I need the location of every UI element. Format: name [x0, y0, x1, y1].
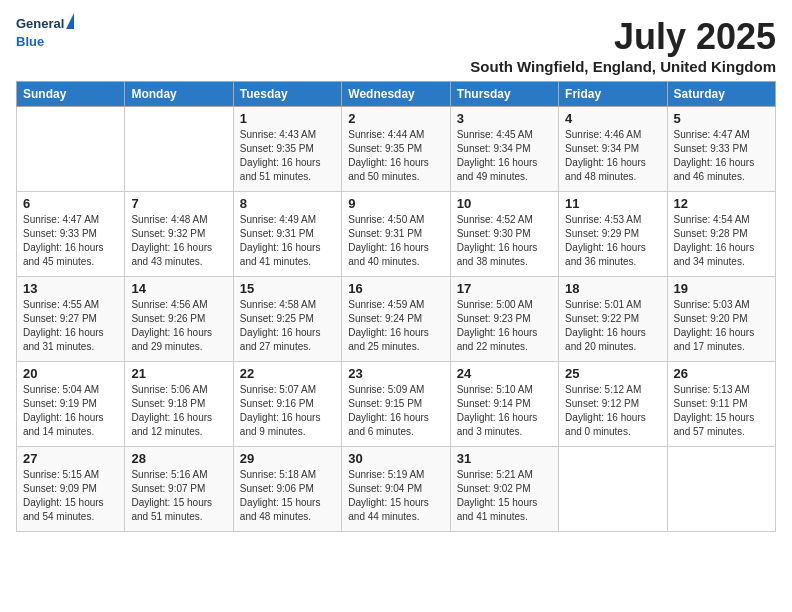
calendar-cell: 19Sunrise: 5:03 AM Sunset: 9:20 PM Dayli… — [667, 277, 775, 362]
day-info: Sunrise: 5:06 AM Sunset: 9:18 PM Dayligh… — [131, 383, 226, 439]
weekday-header-cell: Friday — [559, 82, 667, 107]
calendar-cell — [125, 107, 233, 192]
logo-text-block: General Blue — [16, 16, 74, 50]
calendar-cell: 6Sunrise: 4:47 AM Sunset: 9:33 PM Daylig… — [17, 192, 125, 277]
day-info: Sunrise: 5:01 AM Sunset: 9:22 PM Dayligh… — [565, 298, 660, 354]
day-number: 22 — [240, 366, 335, 381]
day-info: Sunrise: 5:18 AM Sunset: 9:06 PM Dayligh… — [240, 468, 335, 524]
day-number: 2 — [348, 111, 443, 126]
day-info: Sunrise: 4:48 AM Sunset: 9:32 PM Dayligh… — [131, 213, 226, 269]
weekday-header-cell: Thursday — [450, 82, 558, 107]
calendar-cell — [17, 107, 125, 192]
calendar-cell: 24Sunrise: 5:10 AM Sunset: 9:14 PM Dayli… — [450, 362, 558, 447]
calendar-cell — [667, 447, 775, 532]
day-number: 26 — [674, 366, 769, 381]
calendar-cell: 3Sunrise: 4:45 AM Sunset: 9:34 PM Daylig… — [450, 107, 558, 192]
day-number: 27 — [23, 451, 118, 466]
day-number: 20 — [23, 366, 118, 381]
calendar-cell: 11Sunrise: 4:53 AM Sunset: 9:29 PM Dayli… — [559, 192, 667, 277]
calendar-cell: 29Sunrise: 5:18 AM Sunset: 9:06 PM Dayli… — [233, 447, 341, 532]
calendar-week-row: 13Sunrise: 4:55 AM Sunset: 9:27 PM Dayli… — [17, 277, 776, 362]
calendar-cell: 18Sunrise: 5:01 AM Sunset: 9:22 PM Dayli… — [559, 277, 667, 362]
calendar-cell: 16Sunrise: 4:59 AM Sunset: 9:24 PM Dayli… — [342, 277, 450, 362]
calendar-cell: 4Sunrise: 4:46 AM Sunset: 9:34 PM Daylig… — [559, 107, 667, 192]
day-info: Sunrise: 4:55 AM Sunset: 9:27 PM Dayligh… — [23, 298, 118, 354]
day-number: 3 — [457, 111, 552, 126]
calendar-cell: 31Sunrise: 5:21 AM Sunset: 9:02 PM Dayli… — [450, 447, 558, 532]
calendar-cell: 10Sunrise: 4:52 AM Sunset: 9:30 PM Dayli… — [450, 192, 558, 277]
day-number: 31 — [457, 451, 552, 466]
calendar-cell: 25Sunrise: 5:12 AM Sunset: 9:12 PM Dayli… — [559, 362, 667, 447]
weekday-header-cell: Sunday — [17, 82, 125, 107]
calendar-cell: 28Sunrise: 5:16 AM Sunset: 9:07 PM Dayli… — [125, 447, 233, 532]
day-info: Sunrise: 4:44 AM Sunset: 9:35 PM Dayligh… — [348, 128, 443, 184]
location: South Wingfield, England, United Kingdom — [470, 58, 776, 75]
day-number: 1 — [240, 111, 335, 126]
day-number: 24 — [457, 366, 552, 381]
month-title: July 2025 — [470, 16, 776, 58]
day-info: Sunrise: 5:07 AM Sunset: 9:16 PM Dayligh… — [240, 383, 335, 439]
calendar-cell: 9Sunrise: 4:50 AM Sunset: 9:31 PM Daylig… — [342, 192, 450, 277]
calendar-cell: 30Sunrise: 5:19 AM Sunset: 9:04 PM Dayli… — [342, 447, 450, 532]
calendar-cell: 23Sunrise: 5:09 AM Sunset: 9:15 PM Dayli… — [342, 362, 450, 447]
day-number: 18 — [565, 281, 660, 296]
calendar-cell — [559, 447, 667, 532]
calendar-cell: 21Sunrise: 5:06 AM Sunset: 9:18 PM Dayli… — [125, 362, 233, 447]
weekday-header-cell: Saturday — [667, 82, 775, 107]
day-info: Sunrise: 5:09 AM Sunset: 9:15 PM Dayligh… — [348, 383, 443, 439]
day-number: 10 — [457, 196, 552, 211]
day-info: Sunrise: 5:13 AM Sunset: 9:11 PM Dayligh… — [674, 383, 769, 439]
day-info: Sunrise: 5:21 AM Sunset: 9:02 PM Dayligh… — [457, 468, 552, 524]
weekday-header-cell: Monday — [125, 82, 233, 107]
day-number: 6 — [23, 196, 118, 211]
calendar-week-row: 20Sunrise: 5:04 AM Sunset: 9:19 PM Dayli… — [17, 362, 776, 447]
calendar-cell: 5Sunrise: 4:47 AM Sunset: 9:33 PM Daylig… — [667, 107, 775, 192]
logo-blue-text: Blue — [16, 34, 44, 49]
day-info: Sunrise: 4:58 AM Sunset: 9:25 PM Dayligh… — [240, 298, 335, 354]
day-info: Sunrise: 5:10 AM Sunset: 9:14 PM Dayligh… — [457, 383, 552, 439]
calendar-cell: 20Sunrise: 5:04 AM Sunset: 9:19 PM Dayli… — [17, 362, 125, 447]
calendar-week-row: 6Sunrise: 4:47 AM Sunset: 9:33 PM Daylig… — [17, 192, 776, 277]
day-info: Sunrise: 4:49 AM Sunset: 9:31 PM Dayligh… — [240, 213, 335, 269]
day-number: 13 — [23, 281, 118, 296]
calendar-week-row: 1Sunrise: 4:43 AM Sunset: 9:35 PM Daylig… — [17, 107, 776, 192]
calendar-cell: 13Sunrise: 4:55 AM Sunset: 9:27 PM Dayli… — [17, 277, 125, 362]
weekday-header-cell: Wednesday — [342, 82, 450, 107]
day-info: Sunrise: 5:12 AM Sunset: 9:12 PM Dayligh… — [565, 383, 660, 439]
day-number: 15 — [240, 281, 335, 296]
calendar-cell: 22Sunrise: 5:07 AM Sunset: 9:16 PM Dayli… — [233, 362, 341, 447]
calendar-week-row: 27Sunrise: 5:15 AM Sunset: 9:09 PM Dayli… — [17, 447, 776, 532]
weekday-header-row: SundayMondayTuesdayWednesdayThursdayFrid… — [17, 82, 776, 107]
logo-name: General — [16, 16, 64, 32]
day-info: Sunrise: 4:52 AM Sunset: 9:30 PM Dayligh… — [457, 213, 552, 269]
day-number: 8 — [240, 196, 335, 211]
day-info: Sunrise: 4:47 AM Sunset: 9:33 PM Dayligh… — [23, 213, 118, 269]
day-number: 21 — [131, 366, 226, 381]
weekday-header-cell: Tuesday — [233, 82, 341, 107]
day-info: Sunrise: 4:50 AM Sunset: 9:31 PM Dayligh… — [348, 213, 443, 269]
day-info: Sunrise: 4:53 AM Sunset: 9:29 PM Dayligh… — [565, 213, 660, 269]
day-info: Sunrise: 5:16 AM Sunset: 9:07 PM Dayligh… — [131, 468, 226, 524]
day-info: Sunrise: 4:47 AM Sunset: 9:33 PM Dayligh… — [674, 128, 769, 184]
day-info: Sunrise: 5:04 AM Sunset: 9:19 PM Dayligh… — [23, 383, 118, 439]
day-info: Sunrise: 5:19 AM Sunset: 9:04 PM Dayligh… — [348, 468, 443, 524]
day-number: 9 — [348, 196, 443, 211]
calendar-body: 1Sunrise: 4:43 AM Sunset: 9:35 PM Daylig… — [17, 107, 776, 532]
day-info: Sunrise: 4:54 AM Sunset: 9:28 PM Dayligh… — [674, 213, 769, 269]
day-info: Sunrise: 4:59 AM Sunset: 9:24 PM Dayligh… — [348, 298, 443, 354]
logo-triangle-icon — [66, 13, 74, 29]
day-info: Sunrise: 4:45 AM Sunset: 9:34 PM Dayligh… — [457, 128, 552, 184]
day-number: 5 — [674, 111, 769, 126]
title-block: July 2025 South Wingfield, England, Unit… — [470, 16, 776, 75]
calendar-table: SundayMondayTuesdayWednesdayThursdayFrid… — [16, 81, 776, 532]
calendar-cell: 8Sunrise: 4:49 AM Sunset: 9:31 PM Daylig… — [233, 192, 341, 277]
day-number: 17 — [457, 281, 552, 296]
day-number: 28 — [131, 451, 226, 466]
calendar-cell: 12Sunrise: 4:54 AM Sunset: 9:28 PM Dayli… — [667, 192, 775, 277]
calendar-cell: 15Sunrise: 4:58 AM Sunset: 9:25 PM Dayli… — [233, 277, 341, 362]
day-number: 12 — [674, 196, 769, 211]
logo: General Blue — [16, 16, 74, 50]
day-number: 30 — [348, 451, 443, 466]
day-info: Sunrise: 5:00 AM Sunset: 9:23 PM Dayligh… — [457, 298, 552, 354]
day-number: 14 — [131, 281, 226, 296]
